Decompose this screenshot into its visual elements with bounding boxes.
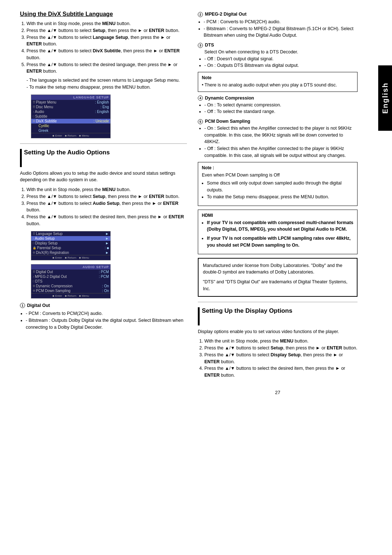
menu-footer: ■ Enter ■ Return ■ Menu <box>31 255 110 260</box>
menu-row: Greek <box>31 128 110 133</box>
dts-text: Select On when connecting to a DTS Decod… <box>204 49 358 56</box>
list-item: Press the ▲/▼ buttons to select Setup, t… <box>26 193 187 200</box>
list-item: To make the Setup menu disappear, press … <box>207 194 354 200</box>
menu-row: ☰ Player Menu : English <box>31 100 110 105</box>
left-column: Using the DivX Subtitle Language With th… <box>20 11 187 544</box>
dolby-text2: "DTS" and "DTS Digital Out" are trademar… <box>203 279 352 292</box>
note2-label: Note : <box>202 165 354 170</box>
list-item: Bitstream : Converts to MPEG-2 Digital B… <box>204 25 358 39</box>
list-item: Some discs will only output down sampled… <box>207 180 354 194</box>
menu-row: ☰ Disc Menu : Eng <box>31 105 110 109</box>
display-steps: With the unit in Stop mode, press the ME… <box>204 338 358 379</box>
list-item: Bitstream : Outputs Dolby Digital via th… <box>26 317 187 331</box>
pcm-section: 5 PCM Down Sampling On : Select this whe… <box>198 118 358 159</box>
pcm-list: On : Select this when the Amplifier conn… <box>204 125 358 159</box>
mpeg2-label: 2 MPEG-2 Digital Out <box>198 11 358 18</box>
hdmi-list: If your TV is not compatible with compre… <box>207 219 354 249</box>
menu-footer2: ■ Enter ■ Return ■ Menu <box>31 293 110 298</box>
list-item: Press the ▲/▼ buttons to select Setup, t… <box>204 345 358 352</box>
page-number: 27 <box>198 390 358 395</box>
list-item: Press the ▲/▼ buttons to select Language… <box>26 34 187 48</box>
dynamic-list: On : To select dynamic compression. Off … <box>204 102 358 116</box>
note-label: Note <box>202 75 354 80</box>
display-intro: Display options enable you to set variou… <box>198 328 358 335</box>
dynamic-label: 4 Dynamic Compression <box>198 95 358 102</box>
mpeg2-section: 2 MPEG-2 Digital Out PCM : Converts to P… <box>198 11 358 39</box>
page-container: English Using the DivX Subtitle Language… <box>0 0 392 555</box>
menu-row-active: ♪ Audio Setup ► <box>31 236 110 241</box>
list-item: On : Select this when the Amplifier conn… <box>204 125 358 145</box>
list-item: PCM : Converts to PCM(2CH) audio. <box>26 310 187 317</box>
list-item: If your TV is not compatible with LPCM s… <box>207 235 354 249</box>
list-item: With the unit in Stop mode, press the ME… <box>26 20 187 27</box>
list-item: Press the ▲/▼ buttons to select the desi… <box>26 61 187 75</box>
language-setup-menu: LANGUAGE SETUP ☰ Player Menu : English ☰… <box>31 94 111 138</box>
dolby-box: Manufactured under license from Dolby La… <box>198 258 358 297</box>
list-item: Press the ▲/▼ buttons to select Setup, t… <box>26 27 187 34</box>
dts-label: 3 DTS <box>198 42 358 49</box>
list-item: With the unit in Stop mode, press the ME… <box>204 338 358 345</box>
divx-steps: With the unit in Stop mode, press the ME… <box>26 20 187 75</box>
list-item: With the unit in Stop mode, press the ME… <box>26 186 187 193</box>
menu-title: LANGUAGE SETUP <box>31 95 110 100</box>
menu-row: ⚙ PCM Down Sampling : On <box>31 288 110 293</box>
pcm-label: 5 PCM Down Sampling <box>198 118 358 125</box>
divider2 <box>198 302 358 302</box>
menu-row: ☰ Digital Out : PCM <box>31 270 110 274</box>
digital-out-label: 1 Digital Out <box>20 302 187 309</box>
audio-section: Setting Up the Audio Options Audio Optio… <box>20 149 187 331</box>
menu-row: ⚙ Dynamic Compression : On <box>31 284 110 288</box>
menu-row: ☰ Language Setup ► <box>31 231 110 236</box>
list-item: Press the ▲/▼ buttons to select the desi… <box>26 214 187 227</box>
list-item: On : To select dynamic compression. <box>204 102 358 109</box>
list-item: Press the ▲/▼ buttons to select the desi… <box>204 365 358 379</box>
english-tab: English <box>378 65 392 131</box>
list-item: Press the ▲/▼ buttons to select DivX Sub… <box>26 48 187 61</box>
divx-section: Using the DivX Subtitle Language With th… <box>20 11 187 138</box>
digital-out-list: PCM : Converts to PCM(2CH) audio. Bitstr… <box>26 310 187 331</box>
hdmi-label: HDMI <box>202 213 354 218</box>
menu-row: □ DTS <box>31 279 110 284</box>
right-column: 2 MPEG-2 Digital Out PCM : Converts to P… <box>198 11 372 544</box>
menu-row: □ Display Setup ► <box>31 241 110 246</box>
list-item: PCM : Converts to PCM(2CH) audio. <box>204 19 358 25</box>
audio-menu2: AUDIO SETUP ☰ Digital Out : PCM ♪ MPEG-2… <box>31 264 111 299</box>
menu-row: Cyrillic <box>31 123 110 128</box>
menu-row: 🔒 Parental Setup : ■ <box>31 246 110 250</box>
list-item: Off : To select the standard range. <box>204 108 358 115</box>
divx-heading: Using the DivX Subtitle Language <box>20 11 187 17</box>
menu-row: ⚙ DivX(R) Registration ► <box>31 250 110 255</box>
step-note2: - To make the setup menu disappear, pres… <box>26 84 187 91</box>
list-item: Press the ▲/▼ buttons to select Display … <box>204 352 358 365</box>
dts-list: Off : Doesn't output digital signal. On … <box>204 56 358 69</box>
hdmi-box: HDMI If your TV is not compatible with c… <box>198 210 358 254</box>
audio-menu1: ☰ Language Setup ► ♪ Audio Setup ► □ Dis… <box>31 231 111 260</box>
list-item: If your TV is not compatible with compre… <box>207 219 354 233</box>
menu-title2: AUDIO SETUP <box>31 264 110 270</box>
menu-footer: ■ Enter ■ Return ■ Menu <box>31 133 110 138</box>
dts-note: Note • There is no analog audio output w… <box>198 72 358 92</box>
display-heading: Setting Up the Display Options <box>202 307 292 315</box>
list-item: Off : Select this when the Amplifier con… <box>204 145 358 159</box>
digital-out-section: 1 Digital Out PCM : Converts to PCM(2CH)… <box>20 302 187 331</box>
audio-steps: With the unit in Stop mode, press the ME… <box>26 186 187 227</box>
dts-section: 3 DTS Select On when connecting to a DTS… <box>198 42 358 92</box>
mpeg2-list: PCM : Converts to PCM(2CH) audio. Bitstr… <box>204 19 358 39</box>
audio-intro: Audio Options allows you to setup the au… <box>20 170 187 184</box>
audio-heading: Setting Up the Audio Options <box>24 149 110 156</box>
main-content: Using the DivX Subtitle Language With th… <box>0 0 392 555</box>
note-text: • There is no analog audio output when y… <box>202 82 354 89</box>
menu-row: ♪ MPEG-2 Digital Out : PCM <box>31 274 110 279</box>
display-section: Setting Up the Display Options Display o… <box>198 307 358 379</box>
note2-box: Note : Even when PCM Down sampling is Of… <box>198 162 358 206</box>
menu-row-active: ⚙ DivX Subtitle : Unicode <box>31 119 110 123</box>
list-item: Press the ▲/▼ buttons to select Audio Se… <box>26 200 187 214</box>
menu-row: □ Subtitle <box>31 114 110 119</box>
list-item: On : Outputs DTS Bitstream via digital o… <box>204 62 358 69</box>
note2-list: Some discs will only output down sampled… <box>207 180 354 200</box>
step-note1: - The language is selected and the scree… <box>26 77 187 84</box>
note2-text: Even when PCM Down sampling is Off <box>202 172 354 179</box>
divider <box>20 143 187 144</box>
dolby-text1: Manufactured under license from Dolby La… <box>203 262 352 276</box>
list-item: Off : Doesn't output digital signal. <box>204 56 358 62</box>
